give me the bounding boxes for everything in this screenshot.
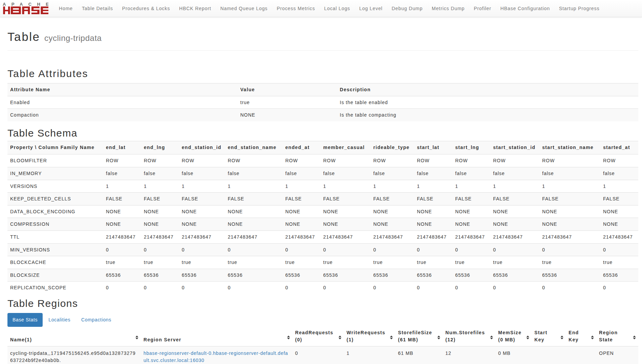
svg-text:APACHE: APACHE [3, 2, 48, 7]
